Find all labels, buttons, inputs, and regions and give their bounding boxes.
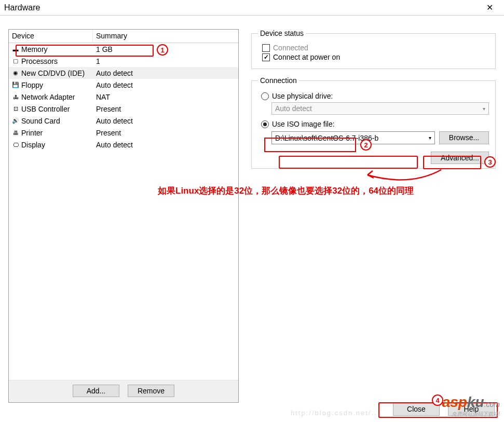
device-name: USB Controller [21,105,70,113]
add-button[interactable]: Add... [73,385,119,397]
connected-row: Connected [262,44,489,52]
device-name: Floppy [21,81,43,89]
left-buttons: Add... Remove [9,380,238,402]
device-row[interactable]: ▢Processors1 [9,55,238,67]
device-panel: Device Summary ▬Memory1 GB▢Processors1◉N… [8,29,239,403]
device-status-group: Device status Connected Connect at power… [251,29,496,69]
iso-input-row: D:\Linux\soft\CentOS-6.7-i386-b ▾ Browse… [271,131,489,144]
cd-icon: ◉ [12,70,19,77]
poweron-checkbox[interactable] [262,53,270,61]
close-button[interactable]: Close [393,402,440,416]
col-device[interactable]: Device [9,30,93,43]
device-summary: Auto detect [93,81,238,89]
memory-icon: ▬ [12,46,19,53]
bottom-buttons: Close Help [393,402,495,416]
browse-button[interactable]: Browse... [439,131,489,144]
device-summary: 1 [93,57,238,65]
net-icon: 🖧 [12,93,19,101]
device-row[interactable]: ▬Memory1 GB [9,43,238,55]
annotation-note: 如果Linux选择的是32位，那么镜像也要选择32位的，64位的同理 [158,185,414,197]
help-button[interactable]: Help [448,402,495,416]
physical-radio[interactable] [261,92,269,100]
device-name: Sound Card [21,117,60,125]
poweron-row: Connect at power on [262,53,489,61]
device-list: ▬Memory1 GB▢Processors1◉New CD/DVD (IDE)… [9,43,238,380]
iso-radio[interactable] [261,120,269,128]
device-status-legend: Device status [258,29,306,37]
connection-group: Connection Use physical drive: Auto dete… [251,76,496,169]
floppy-icon: 💾 [12,81,19,89]
printer-icon: 🖶 [12,129,19,137]
right-panel: Device status Connected Connect at power… [251,29,496,403]
device-row[interactable]: 🖵DisplayAuto detect [9,139,238,151]
device-row[interactable]: ◉New CD/DVD (IDE)Auto detect [9,67,238,79]
physical-drive-value: Auto detect [275,104,312,113]
url-watermark: http://blog.csdn.net/... [291,409,380,417]
physical-label: Use physical drive: [272,92,333,100]
device-name: Memory [21,45,48,53]
device-summary: Present [93,129,238,137]
device-name: Processors [21,57,58,65]
iso-path-combo[interactable]: D:\Linux\soft\CentOS-6.7-i386-b ▾ [271,131,435,144]
window-title: Hardware [4,3,40,12]
device-summary: Auto detect [93,141,238,149]
poweron-label: Connect at power on [273,53,340,61]
device-row[interactable]: 🖶PrinterPresent [9,127,238,139]
device-row[interactable]: ⊡USB ControllerPresent [9,103,238,115]
titlebar: Hardware ✕ [0,0,504,16]
device-name: Display [21,141,45,149]
device-row[interactable]: 💾FloppyAuto detect [9,79,238,91]
chevron-down-icon[interactable]: ▾ [429,135,431,141]
iso-row: Use ISO image file: [261,120,489,128]
content: Device Summary ▬Memory1 GB▢Processors1◉N… [0,16,504,407]
close-icon[interactable]: ✕ [479,1,500,15]
col-summary[interactable]: Summary [93,30,238,43]
device-summary: Auto detect [93,117,238,125]
device-summary: Auto detect [93,69,238,77]
device-row[interactable]: 🖧Network AdapterNAT [9,91,238,103]
connected-label: Connected [273,44,308,52]
usb-icon: ⊡ [12,105,19,113]
connected-checkbox [262,44,270,52]
table-header: Device Summary [9,30,238,43]
iso-path-value: D:\Linux\soft\CentOS-6.7-i386-b [275,134,378,142]
device-name: Network Adapter [21,93,75,101]
sound-icon: 🔊 [12,117,19,125]
device-summary: NAT [93,93,238,101]
device-row[interactable]: 🔊Sound CardAuto detect [9,115,238,127]
iso-label: Use ISO image file: [272,120,335,128]
advanced-button[interactable]: Advanced... [431,152,489,164]
device-summary: Present [93,105,238,113]
chevron-down-icon: ▾ [483,106,485,112]
remove-button[interactable]: Remove [128,385,174,397]
connection-legend: Connection [258,76,299,85]
display-icon: 🖵 [12,141,19,148]
device-name: New CD/DVD (IDE) [21,69,85,77]
cpu-icon: ▢ [12,58,19,65]
device-name: Printer [21,129,43,137]
physical-drive-row: Use physical drive: [261,92,489,100]
physical-drive-combo: Auto detect ▾ [271,102,489,115]
device-summary: 1 GB [93,45,238,53]
